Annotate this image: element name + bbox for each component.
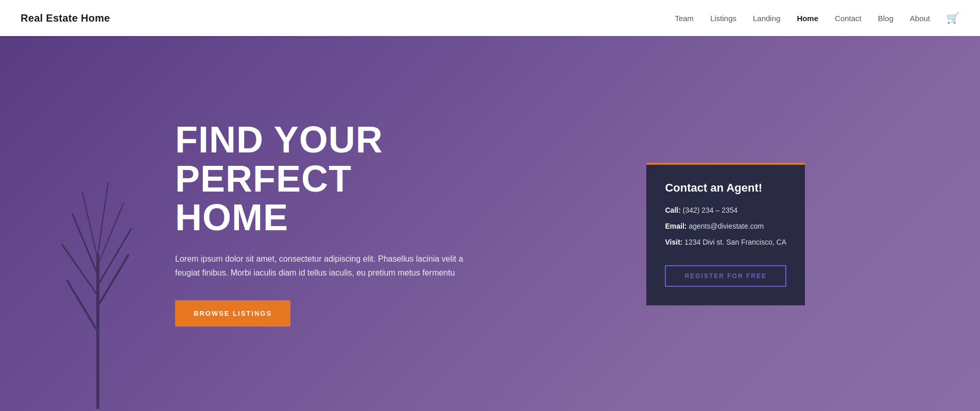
contact-visit: Visit: 1234 Divi st. San Francisco, CA [665,237,786,248]
hero-content: FIND YOUR PERFECT HOME Lorem ipsum dolor… [0,84,980,327]
site-logo[interactable]: Real Estate Home [21,12,110,24]
nav-item-team[interactable]: Team [675,14,694,23]
nav-item-contact[interactable]: Contact [835,14,862,23]
nav-item-landing[interactable]: Landing [753,14,780,23]
hero-title: FIND YOUR PERFECT HOME [175,121,474,237]
nav-item-home[interactable]: Home [797,14,818,23]
cart-icon[interactable]: 🛒 [947,12,959,24]
contact-phone-value: (342) 234 – 2354 [683,206,738,214]
browse-listings-button[interactable]: BROWSE LISTINGS [175,300,290,327]
contact-email-value: agents@diviestate.com [689,222,764,230]
nav-item-listings[interactable]: Listings [710,14,736,23]
contact-agent-card: Contact an Agent! Call: (342) 234 – 2354… [646,163,805,305]
hero-left-content: FIND YOUR PERFECT HOME Lorem ipsum dolor… [175,121,474,327]
nav-item-about[interactable]: About [910,14,930,23]
contact-card-title: Contact an Agent! [665,181,786,195]
site-header: Real Estate Home Team Listings Landing H… [0,0,980,36]
contact-visit-value: 1234 Divi st. San Francisco, CA [684,238,786,246]
hero-section: FIND YOUR PERFECT HOME Lorem ipsum dolor… [0,0,980,411]
contact-phone: Call: (342) 234 – 2354 [665,205,786,216]
register-free-button[interactable]: REGISTER FOR FREE [665,265,786,287]
contact-email: Email: agents@diviestate.com [665,221,786,232]
main-nav: Team Listings Landing Home Contact Blog … [675,12,959,24]
hero-subtitle: Lorem ipsum dolor sit amet, consectetur … [175,252,463,280]
nav-item-blog[interactable]: Blog [878,14,893,23]
